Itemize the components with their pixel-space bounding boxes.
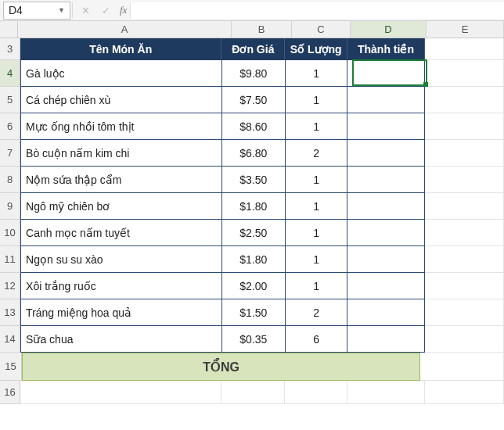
cell-D5[interactable] bbox=[347, 87, 425, 113]
cell-D8[interactable] bbox=[347, 167, 425, 193]
column-header-D[interactable]: D bbox=[351, 21, 427, 38]
cell-E11[interactable] bbox=[425, 246, 504, 273]
cell-E14[interactable] bbox=[425, 326, 504, 353]
cell-D13[interactable] bbox=[347, 299, 425, 326]
cell-B6[interactable]: $8.60 bbox=[222, 113, 286, 140]
cell-B10[interactable]: $2.50 bbox=[222, 220, 286, 246]
cell-C16[interactable] bbox=[285, 381, 347, 404]
formula-input[interactable] bbox=[130, 2, 504, 19]
formula-bar: D4 ▼ ✕ ✓ fx bbox=[0, 0, 504, 21]
row-header-8[interactable]: 8 bbox=[0, 167, 20, 193]
column-header-C[interactable]: C bbox=[292, 21, 351, 38]
row-header-5[interactable]: 5 bbox=[0, 87, 20, 113]
cell-E12[interactable] bbox=[425, 273, 504, 299]
cell-E7[interactable] bbox=[425, 140, 504, 167]
row-header-3[interactable]: 3 bbox=[0, 38, 20, 60]
table-header-B[interactable]: Đơn Giá bbox=[221, 38, 285, 60]
cell-B7[interactable]: $6.80 bbox=[222, 140, 286, 167]
cell-A7[interactable]: Bò cuộn nấm kim chi bbox=[20, 140, 222, 167]
cell-C8[interactable]: 1 bbox=[286, 167, 347, 193]
cell-B12[interactable]: $2.00 bbox=[222, 273, 286, 299]
cell-C13[interactable]: 2 bbox=[286, 299, 347, 326]
select-all-corner[interactable] bbox=[0, 21, 18, 38]
row-header-10[interactable]: 10 bbox=[0, 220, 20, 246]
cell-A12[interactable]: Xôi trắng ruốc bbox=[20, 273, 222, 299]
cell-A4[interactable]: Gà luộc bbox=[20, 60, 222, 87]
column-header-E[interactable]: E bbox=[427, 21, 504, 38]
cell-B9[interactable]: $1.80 bbox=[222, 193, 286, 220]
row-header-11[interactable]: 11 bbox=[0, 246, 20, 273]
cell-E8[interactable] bbox=[425, 167, 504, 193]
row-header-4[interactable]: 4 bbox=[0, 60, 20, 87]
cell-B8[interactable]: $3.50 bbox=[222, 167, 286, 193]
name-box-value: D4 bbox=[9, 4, 23, 16]
cell-C14[interactable]: 6 bbox=[286, 326, 347, 353]
table-header-D[interactable]: Thành tiền bbox=[347, 38, 425, 60]
cell-B4[interactable]: $9.80 bbox=[222, 60, 286, 87]
divider bbox=[72, 2, 73, 18]
cell-D9[interactable] bbox=[347, 193, 425, 220]
cell-D6[interactable] bbox=[347, 113, 425, 140]
name-box[interactable]: D4 ▼ bbox=[3, 2, 70, 20]
cell-B13[interactable]: $1.50 bbox=[222, 299, 286, 326]
cell-E10[interactable] bbox=[425, 220, 504, 246]
cell-E5[interactable] bbox=[425, 87, 504, 113]
cell-D7[interactable] bbox=[347, 140, 425, 167]
row-header-16[interactable]: 16 bbox=[0, 381, 20, 404]
enter-formula-button: ✓ bbox=[96, 2, 115, 19]
cell-C9[interactable]: 1 bbox=[286, 193, 347, 220]
cell-B5[interactable]: $7.50 bbox=[222, 87, 286, 113]
cell-B11[interactable]: $1.80 bbox=[222, 246, 286, 273]
cell-D4[interactable] bbox=[347, 60, 425, 87]
row-header-9[interactable]: 9 bbox=[0, 193, 20, 220]
cell-E9[interactable] bbox=[425, 193, 504, 220]
chevron-down-icon[interactable]: ▼ bbox=[58, 6, 65, 14]
cell-D10[interactable] bbox=[347, 220, 425, 246]
cell-D11[interactable] bbox=[347, 246, 425, 273]
cell-C10[interactable]: 1 bbox=[286, 220, 347, 246]
cell-B14[interactable]: $0.35 bbox=[222, 326, 286, 353]
cell-D16[interactable] bbox=[347, 381, 425, 404]
table-header-A[interactable]: Tên Món Ăn bbox=[20, 38, 221, 60]
cell-D14[interactable] bbox=[347, 326, 425, 353]
row-header-14[interactable]: 14 bbox=[0, 326, 20, 353]
row-header-13[interactable]: 13 bbox=[0, 299, 20, 326]
cell-C4[interactable]: 1 bbox=[286, 60, 347, 87]
fx-icon[interactable]: fx bbox=[120, 4, 127, 16]
grid-body: 3Tên Món ĂnĐơn GiáSố LượngThành tiền4Gà … bbox=[0, 38, 504, 404]
table-header-C[interactable]: Số Lượng bbox=[285, 38, 347, 60]
cell-A9[interactable]: Ngô mỹ chiên bơ bbox=[20, 193, 222, 220]
cell-A14[interactable]: Sữa chua bbox=[20, 326, 222, 353]
row-header-12[interactable]: 12 bbox=[0, 273, 20, 299]
cell-A8[interactable]: Nộm sứa thập cẩm bbox=[20, 167, 222, 193]
spreadsheet-grid: ABCDE 3Tên Món ĂnĐơn GiáSố LượngThành ti… bbox=[0, 21, 504, 404]
cell-D12[interactable] bbox=[347, 273, 425, 299]
cancel-formula-button: ✕ bbox=[76, 2, 95, 19]
row-header-7[interactable]: 7 bbox=[0, 140, 20, 167]
cell-E6[interactable] bbox=[425, 113, 504, 140]
row-header-15[interactable]: 15 bbox=[0, 353, 22, 381]
row-header-6[interactable]: 6 bbox=[0, 113, 20, 140]
total-row[interactable]: TỔNG bbox=[22, 353, 420, 381]
column-headers-row: ABCDE bbox=[0, 21, 504, 38]
cell-E3[interactable] bbox=[425, 38, 504, 60]
cell-C11[interactable]: 1 bbox=[286, 246, 347, 273]
cell-E16[interactable] bbox=[425, 381, 504, 404]
column-header-B[interactable]: B bbox=[232, 21, 292, 38]
cell-A10[interactable]: Canh mọc nấm tuyết bbox=[20, 220, 222, 246]
cell-A6[interactable]: Mực ống nhồi tôm thịt bbox=[20, 113, 222, 140]
cell-C7[interactable]: 2 bbox=[286, 140, 347, 167]
cell-E13[interactable] bbox=[425, 299, 504, 326]
column-header-A[interactable]: A bbox=[18, 21, 232, 38]
cell-E15[interactable] bbox=[420, 353, 504, 381]
cell-A11[interactable]: Ngọn su su xào bbox=[20, 246, 222, 273]
cell-E4[interactable] bbox=[425, 60, 504, 87]
cell-C5[interactable]: 1 bbox=[286, 87, 347, 113]
cell-A13[interactable]: Tráng miệng hoa quả bbox=[20, 299, 222, 326]
cell-A16[interactable] bbox=[20, 381, 221, 404]
cell-B16[interactable] bbox=[221, 381, 285, 404]
cell-C6[interactable]: 1 bbox=[286, 113, 347, 140]
cell-C12[interactable]: 1 bbox=[286, 273, 347, 299]
cell-A5[interactable]: Cá chép chiên xù bbox=[20, 87, 222, 113]
